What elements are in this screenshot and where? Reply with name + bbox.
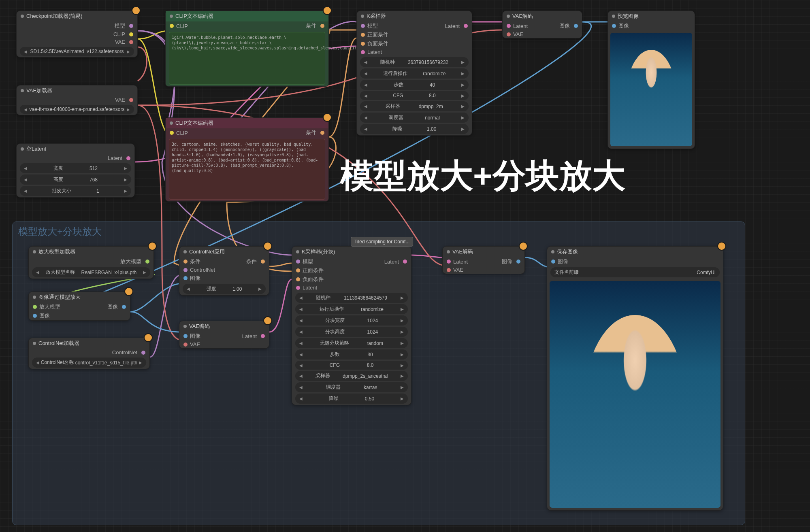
port-latent-out[interactable] bbox=[126, 156, 130, 160]
port-upscale-in[interactable] bbox=[33, 305, 37, 309]
port-image-in[interactable] bbox=[183, 276, 188, 280]
port-neg-in[interactable] bbox=[296, 277, 300, 281]
port-neg-in[interactable] bbox=[361, 42, 365, 46]
port-pos-in[interactable] bbox=[296, 268, 300, 272]
node-ksampler-tiled[interactable]: K采样器(分块) 模型Latent 正面条件 负面条件 Latent ◀随机种1… bbox=[292, 246, 411, 405]
seed-input[interactable]: ◀随机种363790156679232▶ bbox=[360, 57, 469, 67]
vae-file-select[interactable]: ◀vae-ft-mse-840000-ema-pruned.safetensor… bbox=[20, 105, 134, 114]
port-latent-out[interactable] bbox=[261, 334, 265, 338]
node-clip-negative[interactable]: CLIP文本编码器 CLIP条件 3d, cartoon, anime, ske… bbox=[165, 117, 329, 202]
port-cond-out[interactable] bbox=[320, 24, 324, 28]
node-title[interactable]: VAE解码 bbox=[443, 247, 524, 257]
port-cn-out[interactable] bbox=[141, 351, 145, 355]
port-vae-in[interactable] bbox=[507, 32, 511, 36]
node-ksampler[interactable]: K采样器 模型Latent 正面条件 负面条件 Latent ◀随机种36379… bbox=[356, 11, 472, 136]
batch-input[interactable]: ◀批次大小1▶ bbox=[20, 186, 131, 196]
denoise-input[interactable]: ◀降噪0.50▶ bbox=[295, 394, 408, 404]
preview-thumbnail[interactable] bbox=[610, 33, 692, 146]
port-cond-out[interactable] bbox=[320, 131, 324, 135]
cfg-input[interactable]: ◀CFG8.0▶ bbox=[360, 91, 469, 100]
strength-input[interactable]: ◀强度1.00▶ bbox=[183, 284, 266, 294]
port-upscale-out[interactable] bbox=[145, 260, 149, 264]
sampler-select[interactable]: ◀采样器dpmpp_2s_ancestral▶ bbox=[295, 371, 408, 381]
node-title[interactable]: K采样器 bbox=[357, 11, 472, 21]
denoise-input[interactable]: ◀降噪1.00▶ bbox=[360, 124, 469, 134]
steps-input[interactable]: ◀步数30▶ bbox=[295, 349, 408, 360]
height-input[interactable]: ◀高度768▶ bbox=[20, 174, 131, 185]
node-vae-encode[interactable]: VAE编码 图像Latent VAE bbox=[179, 321, 269, 349]
port-latent-out[interactable] bbox=[464, 24, 468, 28]
node-clip-positive[interactable]: CLIP文本编码器 CLIP条件 1girl,water,bubble,plan… bbox=[165, 11, 329, 87]
node-vae-decode[interactable]: VAE解码 Latent图像 VAE bbox=[502, 11, 582, 38]
node-title[interactable]: CLIP文本编码器 bbox=[166, 118, 328, 128]
node-title[interactable]: Checkpoint加载器(简易) bbox=[17, 11, 137, 21]
node-checkpoint-loader[interactable]: Checkpoint加载器(简易) 模型 CLIP VAE ◀SD1.5\2.5… bbox=[16, 11, 138, 57]
node-title[interactable]: 放大模型加载器 bbox=[29, 247, 153, 257]
node-title[interactable]: VAE解码 bbox=[503, 11, 582, 21]
node-save-image[interactable]: 保存图像 图像 文件名前缀ComfyUI bbox=[547, 246, 723, 511]
port-model-out[interactable] bbox=[129, 24, 133, 28]
port-vae-in[interactable] bbox=[447, 268, 451, 272]
node-image-upscale-by-model[interactable]: 图像通过模型放大 放大模型图像 图像 bbox=[28, 292, 130, 321]
node-title[interactable]: 保存图像 bbox=[547, 247, 723, 257]
node-title[interactable]: 图像通过模型放大 bbox=[29, 292, 130, 302]
node-preview-image[interactable]: 预览图像 图像 bbox=[608, 11, 695, 149]
port-image-in[interactable] bbox=[551, 260, 555, 264]
node-title[interactable]: CLIP文本编码器 bbox=[166, 11, 328, 21]
port-latent-in[interactable] bbox=[447, 260, 451, 264]
port-vae-in[interactable] bbox=[183, 343, 188, 347]
control-select[interactable]: ◀运行后操作randomize▶ bbox=[295, 304, 408, 314]
node-title[interactable]: ControlNet应用 bbox=[179, 247, 269, 257]
port-vae-out[interactable] bbox=[129, 98, 133, 102]
port-cond-out[interactable] bbox=[261, 260, 265, 264]
node-vae-decode-2[interactable]: VAE解码 Latent图像 VAE bbox=[442, 246, 525, 274]
node-controlnet-loader[interactable]: ControlNet加载器 ControlNet ◀ControlNet名称co… bbox=[28, 338, 150, 369]
port-clip-in[interactable] bbox=[170, 131, 174, 135]
save-thumbnail[interactable] bbox=[550, 281, 720, 508]
node-vae-loader[interactable]: VAE加载器 VAE ◀vae-ft-mse-840000-ema-pruned… bbox=[16, 85, 138, 115]
negative-prompt-textarea[interactable]: 3d, cartoon, anime, sketches, (worst qua… bbox=[169, 139, 325, 200]
node-title[interactable]: VAE加载器 bbox=[17, 85, 137, 96]
cfg-input[interactable]: ◀CFG8.0▶ bbox=[295, 361, 408, 370]
node-controlnet-apply[interactable]: ControlNet应用 条件条件 ControlNet 图像 ◀强度1.00▶ bbox=[179, 246, 269, 296]
port-image-in[interactable] bbox=[183, 334, 188, 338]
node-title[interactable]: K采样器(分块) bbox=[292, 247, 411, 257]
port-image-out[interactable] bbox=[122, 305, 126, 309]
positive-prompt-textarea[interactable]: 1girl,water,bubble,planet,solo,necklace,… bbox=[169, 32, 325, 85]
tile-strategy-select[interactable]: ◀无缝分块策略random▶ bbox=[295, 338, 408, 348]
port-image-out[interactable] bbox=[516, 260, 520, 264]
port-clip-out[interactable] bbox=[129, 32, 133, 36]
tile-width-input[interactable]: ◀分块宽度1024▶ bbox=[295, 315, 408, 326]
tile-height-input[interactable]: ◀分块高度1024▶ bbox=[295, 327, 408, 337]
node-title[interactable]: 空Latent bbox=[17, 144, 134, 154]
port-pos-in[interactable] bbox=[361, 33, 365, 37]
seed-input[interactable]: ◀随机种1113943664624579▶ bbox=[295, 293, 408, 303]
steps-input[interactable]: ◀步数40▶ bbox=[360, 80, 469, 90]
scheduler-select[interactable]: ◀调度器karras▶ bbox=[295, 382, 408, 392]
node-title[interactable]: VAE编码 bbox=[179, 321, 269, 332]
port-cond-in[interactable] bbox=[183, 260, 188, 264]
port-latent-in[interactable] bbox=[507, 24, 511, 28]
node-title[interactable]: 预览图像 bbox=[608, 11, 695, 21]
port-model-in[interactable] bbox=[361, 24, 365, 28]
sampler-select[interactable]: ◀采样器dpmpp_2m▶ bbox=[360, 101, 469, 111]
scheduler-select[interactable]: ◀调度器normal▶ bbox=[360, 113, 469, 123]
width-input[interactable]: ◀宽度512▶ bbox=[20, 163, 131, 173]
port-vae-out[interactable] bbox=[129, 40, 133, 44]
port-clip-in[interactable] bbox=[170, 24, 174, 28]
port-image-in[interactable] bbox=[33, 314, 37, 318]
port-latent-in[interactable] bbox=[296, 286, 300, 290]
port-latent-in[interactable] bbox=[361, 50, 365, 54]
node-upscale-model-loader[interactable]: 放大模型加载器 放大模型 ◀放大模型名称RealESRGAN_x4plus.pt… bbox=[28, 246, 154, 279]
checkpoint-file-select[interactable]: ◀SD1.5\2.5D\revAnimated_v122.safetensors… bbox=[20, 47, 134, 56]
port-cn-in[interactable] bbox=[183, 268, 188, 272]
port-image-out[interactable] bbox=[574, 24, 578, 28]
port-model-in[interactable] bbox=[296, 260, 300, 264]
upscale-model-select[interactable]: ◀放大模型名称RealESRGAN_x4plus.pth▶ bbox=[32, 267, 150, 277]
port-latent-out[interactable] bbox=[403, 260, 407, 264]
node-empty-latent[interactable]: 空Latent Latent ◀宽度512▶ ◀高度768▶ ◀批次大小1▶ bbox=[16, 143, 135, 198]
controlnet-file-select[interactable]: ◀ControlNet名称control_v11f1e_sd15_tile.pt… bbox=[32, 358, 146, 368]
filename-prefix-input[interactable]: 文件名前缀ComfyUI bbox=[550, 267, 720, 277]
control-select[interactable]: ◀运行后操作randomize▶ bbox=[360, 68, 469, 79]
port-image-in[interactable] bbox=[612, 24, 616, 28]
